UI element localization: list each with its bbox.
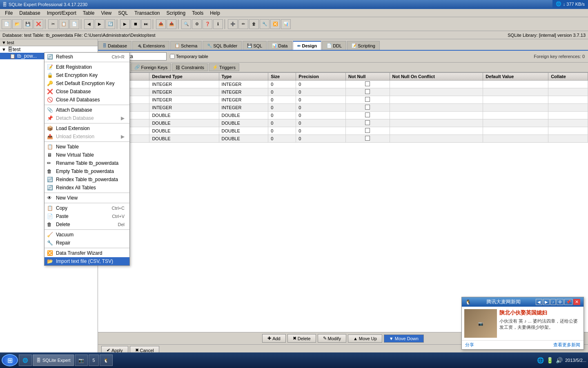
news-more[interactable]: 查看更多新闻 [553,342,580,348]
menu-scripting[interactable]: Scripting [163,9,189,17]
tb-extra1[interactable]: 🔧 [260,19,270,29]
tb-save[interactable]: 💾 [23,19,33,29]
table-row[interactable]: INTEGER INTEGER 0 0 [98,81,588,88]
tb-refresh[interactable]: 🔄 [105,19,115,29]
subtab-foreignkeys[interactable]: 🔗 Foreign Keys [131,63,172,71]
tab-sql[interactable]: 💾 SQL [243,41,267,50]
table-row[interactable]: annelId INTEGER INTEGER 0 0 [98,96,588,104]
col-header-default-value[interactable]: Default Value [483,73,548,81]
tb-open[interactable]: 📂 [12,19,22,29]
tb-forward[interactable]: ▶ [95,19,105,29]
cm-empty-table[interactable]: 🗑 Empty Table tb_powerdata [45,167,129,175]
tab-data[interactable]: 📊 Data [267,41,292,50]
tb-import[interactable]: 📥 [167,19,176,29]
cm-attach-database[interactable]: 📎 Attach Database [45,106,129,114]
tab-ddl[interactable]: 📄 DDL [322,41,346,50]
menu-file[interactable]: File [2,9,16,17]
tb-edit[interactable]: ✏ [238,19,248,29]
tb-extra3[interactable]: 📊 [281,19,291,29]
news-settings-btn[interactable]: ⚙ [557,299,564,305]
cm-rename-table[interactable]: ✏ Rename Table tb_powerdata [45,159,129,167]
cm-close-all-databases[interactable]: 🚫 Close All Databases [45,96,129,104]
delete-button[interactable]: ✖ Delete [287,334,316,343]
tb-close[interactable]: ❌ [33,19,43,29]
menu-help[interactable]: Help [207,9,223,17]
tb-settings[interactable]: ⚙ [192,19,202,29]
cm-edit-registration[interactable]: 📝 Edit Registration [45,63,129,71]
menu-database[interactable]: Database [16,9,43,17]
tab-sqlbuilder[interactable]: 🔧 SQL Builder [203,41,242,50]
taskbar-app[interactable]: 🗄 SQLite Expert [33,355,74,366]
tb-stop[interactable]: ⏹ [131,19,140,29]
menu-importexport[interactable]: Import/Export [44,9,80,17]
taskbar-ie[interactable]: 🌐 [19,355,32,366]
subtab-triggers[interactable]: ⚡ Triggers [209,63,239,71]
tab-design[interactable]: ✏ Design [293,41,321,50]
tb-help[interactable]: ❓ [203,19,212,29]
cm-delete[interactable]: 🗑 Delete Del [45,220,129,229]
move-up-button[interactable]: ▲ Move Up [348,334,382,343]
add-button[interactable]: ✚ Add [262,334,286,343]
col-header-size[interactable]: Size [268,73,296,81]
tb-run[interactable]: ▶ [120,19,130,29]
news-pin-btn[interactable]: 📌 [564,299,572,305]
tab-extensions[interactable]: 🔌 Extensions [132,41,169,50]
taskbar-extra[interactable]: 🐧 [100,355,113,366]
cm-reindex-table[interactable]: 🔃 Reindex Table tb_powerdata [45,175,129,184]
taskbar-photo[interactable]: 📷 [75,355,88,366]
cm-copy[interactable]: 📋 Copy Ctrl+C [45,204,129,212]
tab-schema[interactable]: 📋 Schema [170,41,202,50]
news-prev-btn[interactable]: ◀ [536,299,542,305]
col-header-not-null[interactable]: Not Null [346,73,390,81]
tree-collapse-icon[interactable]: ▼ [2,40,6,45]
table-row[interactable]: ne INTEGER INTEGER 0 0 [98,104,588,112]
cm-new-virtual-table[interactable]: 🖥 New Virtual Table [45,151,129,159]
cm-repair[interactable]: 🔧 Repair [45,239,129,247]
tb-new[interactable]: 📄 [2,19,11,29]
cm-load-extension[interactable]: 📦 Load Extension [45,124,129,132]
menu-tools[interactable]: Tools [189,9,207,17]
table-row[interactable]: M DOUBLE DOUBLE 0 0 [98,112,588,119]
tb-cut[interactable]: ✂ [48,19,58,29]
cm-new-view[interactable]: 👁 New View [45,194,129,202]
cm-data-transfer[interactable]: 🔀 Data Transfer Wizard [45,249,129,257]
cm-refresh[interactable]: 🔄 Refresh Ctrl+R [45,53,129,61]
col-header-not-null-conflict[interactable]: Not Null On Conflict [390,73,483,81]
col-header-collate[interactable]: Collate [548,73,588,81]
cm-detach-database[interactable]: 📌 Detach Database ▶ [45,114,129,122]
tb-extra2[interactable]: 🔀 [270,19,280,29]
col-header-precision[interactable]: Precision [296,73,346,81]
tb-about[interactable]: ℹ [213,19,223,29]
taskbar-5[interactable]: 5 [89,355,98,366]
tb-export[interactable]: 📤 [156,19,166,29]
tb-back[interactable]: ◀ [84,19,94,29]
tb-add[interactable]: ➕ [228,19,238,29]
move-down-button[interactable]: ▼ Move Down [384,334,424,343]
modify-button[interactable]: ✎ Modify [318,334,346,343]
cm-set-encryption[interactable]: 🔒 Set Encryption Key [45,71,129,79]
news-next-btn[interactable]: ▶ [543,299,550,305]
cm-close-database[interactable]: ❌ Close Database [45,88,129,96]
table-row[interactable]: ngkuangId INTEGER INTEGER 0 0 [98,88,588,96]
tb-filter[interactable]: 🔍 [181,19,191,29]
cm-vacuum[interactable]: 🧹 Vacuum [45,231,129,239]
col-header-declared-type[interactable]: Declared Type [149,73,219,81]
menu-view[interactable]: View [98,9,115,17]
subtab-constraints[interactable]: ⛓ Constraints [172,63,208,71]
table-row[interactable]: iqueData DOUBLE DOUBLE 0 0 [98,119,588,127]
tb-step[interactable]: ⏭ [141,19,151,29]
tb-delete[interactable]: 🗑 [249,19,259,29]
temporary-table-checkbox[interactable] [170,54,175,59]
cm-import-text[interactable]: 📂 Import text file (CSV, TSV) [45,257,129,265]
tb-paste[interactable]: 📄 [69,19,79,29]
news-music-btn[interactable]: ♪ [550,299,556,305]
news-close-btn[interactable]: ✕ [573,299,580,305]
start-button[interactable]: ⊞ [2,354,18,366]
table-row[interactable]: verData DOUBLE DOUBLE 0 0 [98,127,588,135]
col-header-type[interactable]: Type [219,73,268,81]
cm-paste[interactable]: 📄 Paste Ctrl+V [45,212,129,220]
menu-sql[interactable]: SQL [115,9,131,17]
menu-table[interactable]: Table [80,9,98,17]
tree-item-test[interactable]: ▼ 🗄 test [0,46,98,53]
cm-unload-extension[interactable]: 📤 Unload Extension ▶ [45,132,129,141]
